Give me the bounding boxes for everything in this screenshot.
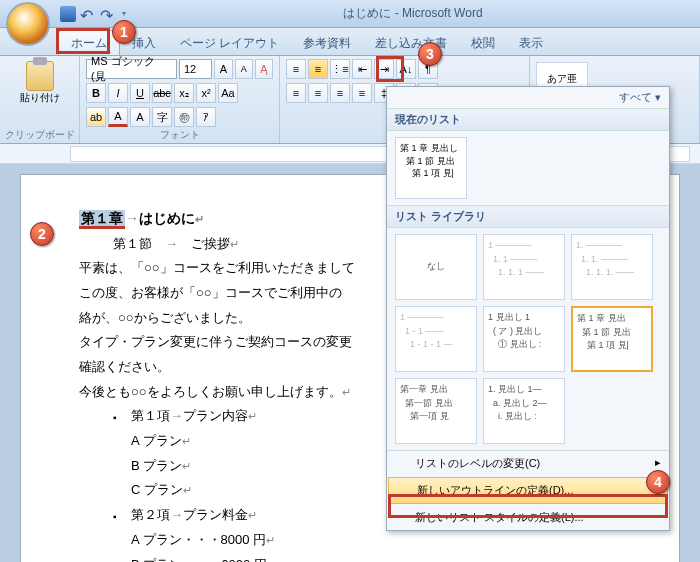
menu-define-style[interactable]: 新しいリスト スタイルの定義(L)... bbox=[387, 505, 669, 530]
list-filter[interactable]: すべて ▾ bbox=[387, 87, 669, 108]
ribbon-tabs: ホーム 挿入 ページ レイアウト 参考資料 差し込み文書 校閲 表示 bbox=[0, 28, 700, 56]
price-line: A プラン・・・8000 円↵ bbox=[79, 528, 649, 553]
decrease-indent-icon[interactable]: ⇤ bbox=[352, 59, 372, 79]
quick-access-toolbar: ↶ ↷ ▾ bbox=[60, 6, 126, 22]
list-item-selected[interactable]: 第 1 章 見出第 1 節 見出第 1 項 見| bbox=[571, 306, 653, 372]
grow-font-icon[interactable]: A bbox=[214, 59, 232, 79]
list-item[interactable]: 1 ――――1 - 1 ――1 - 1 - 1 ― bbox=[395, 306, 477, 372]
multilevel-list-panel: すべて ▾ 現在のリスト 第 1 章 見出し 第 1 節 見出 第 1 項 見|… bbox=[386, 86, 670, 531]
list-library-header: リスト ライブラリ bbox=[387, 205, 669, 228]
list-item[interactable]: 1. 見出し 1―a. 見出し 2―i. 見出し : bbox=[483, 378, 565, 444]
menu-define-outline[interactable]: 新しいアウトラインの定義(D)... bbox=[388, 477, 668, 504]
group-clipboard: 貼り付け クリップボード bbox=[0, 56, 80, 143]
phonetic-icon[interactable]: ｱ bbox=[196, 107, 216, 127]
tab-view[interactable]: 表示 bbox=[507, 31, 555, 55]
font-group-label: フォント bbox=[80, 127, 279, 143]
tab-references[interactable]: 参考資料 bbox=[291, 31, 363, 55]
list-item[interactable]: 1 ――――1. 1 ―――1. 1. 1 ―― bbox=[483, 234, 565, 300]
tab-home[interactable]: ホーム bbox=[58, 30, 120, 55]
justify-icon[interactable]: ≡ bbox=[352, 83, 372, 103]
office-button[interactable] bbox=[6, 2, 50, 46]
superscript-icon[interactable]: x² bbox=[196, 83, 216, 103]
group-font: MS ゴシック (見 12 A A Ą B I U abc x₂ x² Aa a… bbox=[80, 56, 280, 143]
font-size-combo[interactable]: 12 bbox=[179, 59, 212, 79]
save-icon[interactable] bbox=[60, 6, 76, 22]
highlight-icon[interactable]: ab bbox=[86, 107, 106, 127]
italic-icon[interactable]: I bbox=[108, 83, 128, 103]
multilevel-list-icon[interactable]: ⋮≡ bbox=[330, 59, 350, 79]
align-right-icon[interactable]: ≡ bbox=[330, 83, 350, 103]
annotation-badge-4: 4 bbox=[646, 470, 670, 494]
bold-icon[interactable]: B bbox=[86, 83, 106, 103]
align-left-icon[interactable]: ≡ bbox=[286, 83, 306, 103]
tab-layout[interactable]: ページ レイアウト bbox=[168, 31, 291, 55]
annotation-badge-3: 3 bbox=[418, 42, 442, 66]
menu-change-level[interactable]: リストのレベルの変更(C)▸ bbox=[387, 451, 669, 476]
font-color-icon[interactable]: A bbox=[108, 107, 128, 127]
list-item[interactable]: 第一章 見出第一節 見出第一項 見 bbox=[395, 378, 477, 444]
paste-label: 貼り付け bbox=[20, 91, 60, 105]
tab-mailings[interactable]: 差し込み文書 bbox=[363, 31, 459, 55]
paste-icon bbox=[26, 61, 54, 91]
current-list-sample[interactable]: 第 1 章 見出し 第 1 節 見出 第 1 項 見| bbox=[395, 137, 467, 199]
list-menu: リストのレベルの変更(C)▸ 新しいアウトラインの定義(D)... 新しいリスト… bbox=[387, 450, 669, 530]
list-item-none[interactable]: なし bbox=[395, 234, 477, 300]
clear-format-icon[interactable]: Ą bbox=[255, 59, 273, 79]
current-list-header: 現在のリスト bbox=[387, 108, 669, 131]
subscript-icon[interactable]: x₂ bbox=[174, 83, 194, 103]
annotation-badge-2: 2 bbox=[30, 222, 54, 246]
list-item[interactable]: 1. ――――1. 1. ―――1. 1. 1. ―― bbox=[571, 234, 653, 300]
list-item[interactable]: 1 見出し 1( ア ) 見出し① 見出し : bbox=[483, 306, 565, 372]
underline-icon[interactable]: U bbox=[130, 83, 150, 103]
chapter-number: 第１章 bbox=[79, 210, 125, 229]
text-effects-icon[interactable]: Aa bbox=[218, 83, 238, 103]
undo-icon[interactable]: ↶ bbox=[80, 6, 96, 22]
increase-indent-icon[interactable]: ⇥ bbox=[374, 59, 394, 79]
align-center-icon[interactable]: ≡ bbox=[308, 83, 328, 103]
shrink-font-icon[interactable]: A bbox=[235, 59, 253, 79]
redo-icon[interactable]: ↷ bbox=[100, 6, 116, 22]
clipboard-group-label: クリップボード bbox=[0, 127, 79, 143]
annotation-badge-1: 1 bbox=[112, 20, 136, 44]
price-line: B プラン・・・6000 円↵ bbox=[79, 553, 649, 562]
bullets-icon[interactable]: ≡ bbox=[286, 59, 306, 79]
enclose-icon[interactable]: ㊞ bbox=[174, 107, 194, 127]
char-shading-icon[interactable]: 字 bbox=[152, 107, 172, 127]
tab-review[interactable]: 校閲 bbox=[459, 31, 507, 55]
paste-button[interactable]: 貼り付け bbox=[20, 58, 60, 108]
sort-icon[interactable]: A↓ bbox=[396, 59, 416, 79]
char-border-icon[interactable]: A bbox=[130, 107, 150, 127]
numbering-icon[interactable]: ≡ bbox=[308, 59, 328, 79]
list-library-grid: なし 1 ――――1. 1 ―――1. 1. 1 ―― 1. ――――1. 1.… bbox=[387, 228, 669, 450]
window-title: はじめに - Microsoft Word bbox=[126, 5, 700, 22]
title-bar: ↶ ↷ ▾ はじめに - Microsoft Word bbox=[0, 0, 700, 28]
chevron-right-icon: ▸ bbox=[655, 456, 661, 469]
strike-icon[interactable]: abc bbox=[152, 83, 172, 103]
font-name-combo[interactable]: MS ゴシック (見 bbox=[86, 59, 177, 79]
